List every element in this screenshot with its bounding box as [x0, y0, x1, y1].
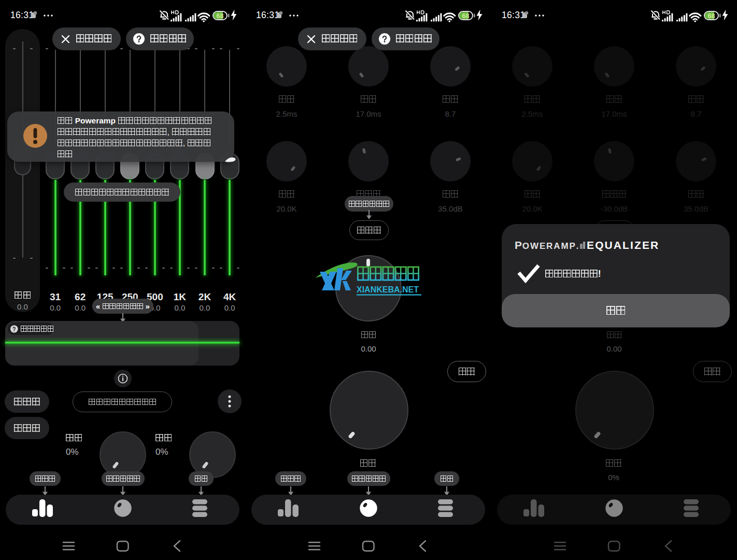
svg-text:68: 68	[217, 12, 224, 20]
svg-text:68: 68	[462, 12, 470, 20]
svg-text:XIANKEBA.NET: XIANKEBA.NET	[357, 285, 419, 294]
